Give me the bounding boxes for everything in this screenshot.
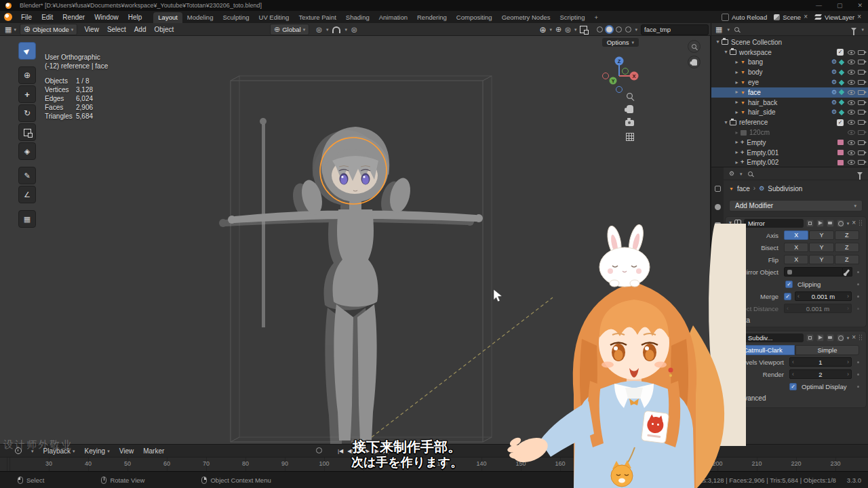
snap-caret-icon[interactable] [344,27,347,32]
tab-animation[interactable]: Animation [374,12,412,23]
properties-search-icon[interactable] [748,171,753,176]
gizmos-toggle-icon[interactable] [555,26,561,33]
editor-type-icon[interactable] [5,26,12,33]
hide-eye-icon[interactable] [848,100,855,105]
edit-mode-toggle-icon[interactable] [806,334,814,342]
decorator-dot[interactable] [857,361,859,363]
menu-select[interactable]: Select [103,26,130,33]
realtime-toggle-icon[interactable] [816,334,824,342]
menu-add[interactable]: Add [130,26,151,33]
modifier-name-field[interactable]: Subdiv... [744,333,804,342]
render-camera-icon[interactable] [858,160,865,165]
render-camera-icon[interactable] [858,100,865,105]
expand-icon[interactable] [733,150,741,155]
hide-eye-icon[interactable] [848,60,855,64]
tab-scripting[interactable]: Scripting [555,12,589,23]
data-section[interactable]: Data [726,314,866,325]
tool-tab[interactable] [711,184,724,193]
decorator-dot[interactable] [857,386,859,388]
hide-eye-icon[interactable] [848,120,855,125]
advanced-section[interactable]: Advanced [726,392,866,403]
tab-geometry-nodes[interactable]: Geometry Nodes [497,12,555,23]
eyedropper-button[interactable] [843,267,852,277]
menu-render[interactable]: Render [58,14,90,21]
auto-reload-checkbox[interactable] [722,14,729,21]
drag-handle[interactable] [859,334,863,341]
add-modifier-button[interactable]: Add Modifier [729,200,863,211]
menu-help[interactable]: Help [123,14,147,21]
expand-icon[interactable] [733,130,741,136]
blender-logo-icon[interactable] [4,13,12,21]
pivot-caret-icon[interactable] [326,27,329,32]
outliner-row-hair-back[interactable]: hair_back [711,98,868,108]
decorator-dot[interactable] [857,373,859,375]
render-tab[interactable] [711,202,724,211]
axis-x-button[interactable]: X [784,230,808,240]
render-camera-icon[interactable] [858,150,865,155]
outliner-row-workspace[interactable]: workspace [711,47,868,58]
menu-view[interactable]: View [119,447,134,455]
bisect-x-button[interactable]: X [784,243,808,252]
scene-selector[interactable]: Scene [774,14,808,21]
outliner-editor-icon[interactable] [715,26,722,33]
outliner-search-icon[interactable] [734,27,739,32]
pan-button[interactable] [688,56,701,68]
render-camera-icon[interactable] [858,130,865,135]
expand-icon[interactable] [714,39,722,45]
expand-icon[interactable] [733,160,741,165]
zoom-icon[interactable] [627,93,633,99]
hide-eye-icon[interactable] [848,140,855,145]
close-button[interactable]: ✕ [857,2,863,9]
render-camera-icon[interactable] [858,70,865,75]
breadcrumb-modifier[interactable]: Subdivision [768,185,802,192]
expand-icon[interactable] [722,49,730,55]
collection-checkbox[interactable] [837,119,844,126]
properties-filter-icon[interactable] [857,172,863,176]
outliner-row-scene-collection[interactable]: Scene Collection [711,37,868,47]
render-camera-icon[interactable] [858,80,865,85]
mirror-object-field[interactable] [784,267,843,277]
add-cube-tool[interactable] [18,210,36,228]
levels-viewport-field[interactable]: 1 [789,357,852,367]
tab-modeling[interactable]: Modeling [182,12,218,23]
object-type-visibility-icon[interactable] [539,26,546,34]
transform-orientation-dropdown[interactable]: Global [270,24,309,35]
camera-view-icon[interactable] [625,120,634,126]
tab-shading[interactable]: Shading [341,12,374,23]
simple-button[interactable]: Simple [795,345,859,355]
clipping-checkbox[interactable] [785,281,793,288]
merge-value-field[interactable]: 0.001 m [795,291,852,301]
tab-layout[interactable]: Layout [153,12,182,23]
decorator-dot[interactable] [857,308,859,310]
minimize-button[interactable]: — [816,2,822,9]
render-camera-icon[interactable] [858,110,865,115]
proportional-edit-icon[interactable] [351,26,357,33]
shading-caret-icon[interactable] [635,27,637,32]
decorator-dot[interactable] [857,271,859,273]
outliner-row-120cm[interactable]: 120cm [711,127,868,138]
options-dropdown[interactable]: Options [602,38,639,47]
merge-checkbox[interactable] [784,293,791,300]
expand-icon[interactable] [733,60,741,65]
view-layer-unlink-icon[interactable] [857,14,861,20]
transform-tool[interactable] [18,142,36,160]
cursor-tool[interactable] [18,66,36,84]
maximize-button[interactable]: ▢ [837,2,843,9]
expand-icon[interactable] [733,70,741,75]
optimal-display-checkbox[interactable] [789,383,797,390]
menu-view[interactable]: View [80,26,103,33]
scale-tool[interactable] [18,123,36,141]
outliner-row-empty-001[interactable]: Empty.001 [711,148,868,158]
tab-sculpting[interactable]: Sculpting [218,12,254,23]
hide-eye-icon[interactable] [848,130,855,135]
render-camera-icon[interactable] [858,50,865,55]
measure-tool[interactable] [18,186,36,203]
outliner-row-eye[interactable]: eye [711,77,868,87]
hide-eye-icon[interactable] [848,50,855,55]
breadcrumb-object[interactable]: face [737,185,750,192]
drag-handle[interactable] [859,220,863,226]
outliner-row-face[interactable]: face [711,87,868,98]
bisect-y-button[interactable]: Y [809,243,833,252]
mirror-panel-header[interactable]: Mirror [726,217,866,229]
menu-marker[interactable]: Marker [143,447,164,455]
